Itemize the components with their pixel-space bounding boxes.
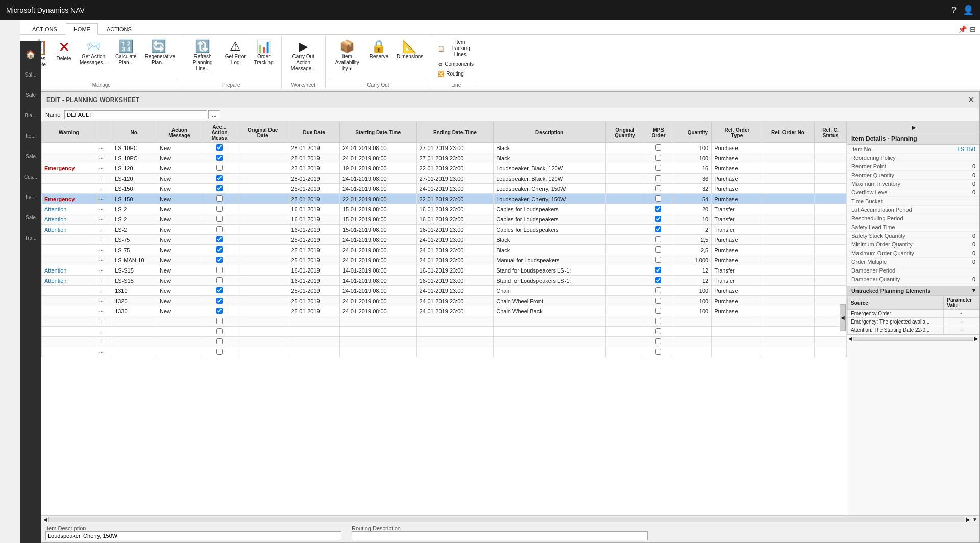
name-browse-btn[interactable]: ... xyxy=(208,110,220,119)
user-icon[interactable]: 👤 xyxy=(963,5,974,16)
scroll-bar[interactable] xyxy=(853,337,973,341)
scroll-left-table[interactable]: ◀ xyxy=(43,516,47,522)
table-row[interactable]: Attention ··· LS-2 New 16-01-2019 15-01-… xyxy=(42,225,847,235)
cell-mps[interactable] xyxy=(644,184,673,194)
acc-checkbox[interactable] xyxy=(216,349,223,355)
mps-checkbox[interactable] xyxy=(655,308,662,314)
nav-item-9[interactable]: Tra... xyxy=(21,229,40,247)
table-row[interactable]: Emergency ··· LS-150 New 23-01-2019 22-0… xyxy=(42,194,847,204)
nav-item-4[interactable]: Ite... xyxy=(21,127,40,145)
nav-home[interactable]: 🏠 xyxy=(21,45,40,63)
cell-mps[interactable] xyxy=(644,143,673,153)
routing-button[interactable]: 🔀 Routing xyxy=(435,69,466,79)
nav-item-5[interactable]: Sale xyxy=(21,147,40,165)
nav-item-3[interactable]: Bla... xyxy=(21,106,40,125)
cell-acc[interactable] xyxy=(202,163,237,174)
delete-button[interactable]: ✕ Delete xyxy=(53,38,75,64)
expand-icon[interactable]: ⊟ xyxy=(970,25,976,33)
table-row[interactable]: Attention ··· LS-2 New 16-01-2019 15-01-… xyxy=(42,214,847,225)
acc-checkbox[interactable] xyxy=(216,236,223,242)
cell-mps[interactable] xyxy=(644,163,673,174)
acc-checkbox[interactable] xyxy=(216,195,223,202)
mps-checkbox[interactable] xyxy=(655,226,662,232)
table-row[interactable]: ··· xyxy=(42,337,847,347)
cell-mps[interactable] xyxy=(644,255,673,265)
cell-acc[interactable] xyxy=(202,306,237,316)
table-row[interactable]: ··· 1330 New 25-01-2019 24-01-2019 08:00… xyxy=(42,306,847,316)
mps-checkbox[interactable] xyxy=(655,349,662,355)
components-button[interactable]: ⚙ Components xyxy=(435,60,475,69)
cell-acc[interactable] xyxy=(202,245,237,255)
cell-dots[interactable]: ··· xyxy=(96,316,112,327)
acc-checkbox[interactable] xyxy=(216,287,223,293)
cell-mps[interactable] xyxy=(644,296,673,306)
nav-item-2[interactable]: Sale xyxy=(21,86,40,104)
mps-checkbox[interactable] xyxy=(655,195,662,202)
mps-checkbox[interactable] xyxy=(655,267,662,273)
cell-dots[interactable]: ··· xyxy=(96,347,112,357)
mps-checkbox[interactable] xyxy=(655,165,662,171)
cell-mps[interactable] xyxy=(644,245,673,255)
cell-mps[interactable] xyxy=(644,174,673,184)
nav-item-8[interactable]: Sale xyxy=(21,208,40,227)
cell-dots[interactable]: ··· xyxy=(96,163,112,174)
acc-checkbox[interactable] xyxy=(216,257,223,263)
cell-acc[interactable] xyxy=(202,184,237,194)
scroll-down-table[interactable]: ▼ xyxy=(972,516,977,522)
cell-acc[interactable] xyxy=(202,153,237,163)
cell-mps[interactable] xyxy=(644,316,673,327)
routing-desc-input[interactable] xyxy=(352,531,648,540)
cell-dots[interactable]: ··· xyxy=(96,255,112,265)
close-button[interactable]: ✕ xyxy=(968,95,974,105)
table-row[interactable]: ··· LS-75 New 25-01-2019 24-01-2019 08:0… xyxy=(42,245,847,255)
table-area[interactable]: Warning No. ActionMessage Acc...ActionMe… xyxy=(41,122,847,515)
get-action-button[interactable]: 📨 Get ActionMessages... xyxy=(76,38,111,68)
table-row[interactable]: ··· LS-150 New 25-01-2019 24-01-2019 08:… xyxy=(42,184,847,194)
cell-acc[interactable] xyxy=(202,255,237,265)
table-row[interactable]: ··· LS-75 New 25-01-2019 24-01-2019 08:0… xyxy=(42,235,847,245)
cell-mps[interactable] xyxy=(644,306,673,316)
acc-checkbox[interactable] xyxy=(216,308,223,314)
mps-checkbox[interactable] xyxy=(655,257,662,263)
dimensions-button[interactable]: 📐 Dimensions xyxy=(393,38,427,62)
cell-mps[interactable] xyxy=(644,286,673,296)
acc-checkbox[interactable] xyxy=(216,165,223,171)
table-row[interactable]: ··· LS-10PC New 28-01-2019 24-01-2019 08… xyxy=(42,153,847,163)
mps-checkbox[interactable] xyxy=(655,277,662,283)
tab-actions-right[interactable]: ACTIONS xyxy=(99,23,139,34)
mps-checkbox[interactable] xyxy=(655,246,662,253)
mps-checkbox[interactable] xyxy=(655,318,662,324)
cell-dots[interactable]: ··· xyxy=(96,265,112,276)
nav-item-7[interactable]: Ite... xyxy=(21,188,40,206)
cell-acc[interactable] xyxy=(202,347,237,357)
item-no-value[interactable]: LS-150 xyxy=(958,146,975,152)
tab-actions-left[interactable]: ACTIONS xyxy=(24,23,65,34)
refresh-planning-button[interactable]: 🔃 Refresh PlanningLine... xyxy=(185,38,220,75)
cell-dots[interactable]: ··· xyxy=(96,143,112,153)
cell-mps[interactable] xyxy=(644,276,673,286)
cell-acc[interactable] xyxy=(202,296,237,306)
cell-acc[interactable] xyxy=(202,235,237,245)
table-row[interactable]: ··· LS-MAN-10 New 25-01-2019 24-01-2019 … xyxy=(42,255,847,265)
scroll-left-icon[interactable]: ◀ xyxy=(848,336,852,341)
acc-checkbox[interactable] xyxy=(216,216,223,222)
warning-text[interactable]: Attention xyxy=(44,267,66,274)
cell-acc[interactable] xyxy=(202,214,237,225)
acc-checkbox[interactable] xyxy=(216,318,223,324)
cell-acc[interactable] xyxy=(202,194,237,204)
cell-dots[interactable]: ··· xyxy=(96,306,112,316)
table-row[interactable]: ··· xyxy=(42,347,847,357)
cell-acc[interactable] xyxy=(202,143,237,153)
order-tracking-button[interactable]: 📊 OrderTracking xyxy=(251,38,277,68)
untracked-row[interactable]: Emergency Order ··· xyxy=(848,310,979,318)
mps-checkbox[interactable] xyxy=(655,236,662,242)
cell-mps[interactable] xyxy=(644,153,673,163)
mps-checkbox[interactable] xyxy=(655,206,662,212)
acc-checkbox[interactable] xyxy=(216,328,223,334)
cell-dots[interactable]: ··· xyxy=(96,204,112,214)
table-row[interactable]: ··· 1320 New 25-01-2019 24-01-2019 08:00… xyxy=(42,296,847,306)
cell-acc[interactable] xyxy=(202,204,237,214)
cell-acc[interactable] xyxy=(202,327,237,337)
pin-icon[interactable]: 📌 xyxy=(958,25,967,33)
nav-item-6[interactable]: Cus... xyxy=(21,167,40,186)
